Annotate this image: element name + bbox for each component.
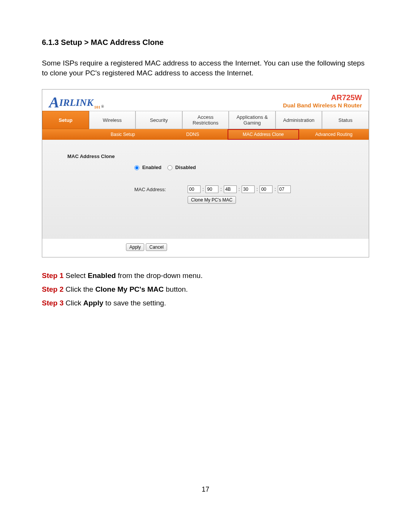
- radio-enabled[interactable]: [134, 165, 139, 170]
- step-2-text-c: button.: [164, 285, 188, 293]
- step-1: Step 1 Select Enabled from the drop-down…: [42, 269, 369, 283]
- content-panel: MAC Address Clone Enabled Disabled MAC A…: [42, 140, 369, 239]
- section-title: 6.1.3 Setup > MAC Address Clone: [42, 38, 369, 47]
- enable-radio-group: Enabled Disabled: [51, 165, 360, 170]
- mac-colon: :: [238, 187, 240, 192]
- tab-access-restrictions[interactable]: Access Restrictions: [182, 111, 229, 129]
- mac-octet-6[interactable]: [278, 185, 291, 193]
- step-3-num: Step 3: [42, 299, 64, 307]
- step-2: Step 2 Click the Clone My PC's MAC butto…: [42, 283, 369, 296]
- radio-enabled-text: Enabled: [142, 165, 162, 170]
- tab-security[interactable]: Security: [135, 111, 182, 129]
- step-1-text-c: from the drop-down menu.: [116, 272, 202, 280]
- subtab-ddns[interactable]: DDNS: [158, 130, 228, 139]
- logo-sub: 101: [94, 105, 100, 109]
- mac-colon: :: [256, 187, 258, 192]
- step-3: Step 3 Click Apply to save the setting.: [42, 296, 369, 310]
- step-2-num: Step 2: [42, 285, 64, 293]
- tab-status[interactable]: Status: [322, 111, 369, 129]
- logo-reg: ®: [101, 104, 104, 109]
- page-number: 17: [42, 486, 369, 494]
- model-number: AR725W: [283, 93, 362, 102]
- step-1-num: Step 1: [42, 272, 64, 280]
- sub-tabs: Basic Setup DDNS MAC Address Clone Advan…: [42, 129, 369, 140]
- mac-octet-3[interactable]: [224, 185, 237, 193]
- mac-octet-2[interactable]: [206, 185, 218, 193]
- tab-wireless[interactable]: Wireless: [89, 111, 136, 129]
- airlink-logo: A IRLINK 101 ®: [49, 96, 104, 109]
- tab-administration[interactable]: Administration: [276, 111, 322, 129]
- mac-octet-5[interactable]: [260, 185, 272, 193]
- subtab-advanced-routing[interactable]: Advanced Routing: [299, 130, 369, 139]
- panel-title: MAC Address Clone: [51, 153, 127, 159]
- model-tagline: Dual Band Wireless N Router: [283, 102, 362, 109]
- mac-octet-1[interactable]: [188, 185, 201, 193]
- apply-bar: Apply Cancel: [42, 239, 369, 257]
- tab-applications-gaming[interactable]: Applications & Gaming: [229, 111, 276, 129]
- radio-disabled-text: Disabled: [175, 165, 196, 170]
- logo-text: IRLINK: [59, 97, 94, 109]
- logo-a-glyph: A: [49, 96, 59, 109]
- cancel-button[interactable]: Cancel: [146, 243, 167, 251]
- mac-colon: :: [220, 187, 222, 192]
- subtab-mac-address-clone[interactable]: MAC Address Clone: [228, 129, 299, 140]
- radio-disabled-label[interactable]: Disabled: [167, 165, 196, 170]
- mac-colon: :: [202, 187, 204, 192]
- step-2-text-a: Click the: [64, 285, 95, 293]
- step-3-text-a: Click: [64, 299, 83, 307]
- radio-enabled-label[interactable]: Enabled: [134, 165, 163, 170]
- main-tabs: Setup Wireless Security Access Restricti…: [42, 111, 369, 129]
- mac-colon: :: [274, 187, 276, 192]
- step-3-text-c: to save the setting.: [104, 299, 166, 307]
- router-header: A IRLINK 101 ® AR725W Dual Band Wireless…: [42, 89, 369, 111]
- radio-disabled[interactable]: [167, 165, 172, 170]
- router-screenshot: A IRLINK 101 ® AR725W Dual Band Wireless…: [42, 89, 369, 257]
- intro-paragraph: Some ISPs require a registered MAC addre…: [42, 58, 369, 78]
- mac-address-label: MAC Address:: [134, 187, 188, 192]
- apply-button[interactable]: Apply: [126, 243, 144, 251]
- step-3-bold: Apply: [83, 299, 104, 307]
- clone-mac-button[interactable]: Clone My PC's MAC: [188, 196, 236, 204]
- subtab-basic-setup[interactable]: Basic Setup: [88, 130, 158, 139]
- mac-octet-4[interactable]: [242, 185, 255, 193]
- step-1-bold: Enabled: [88, 272, 116, 280]
- tab-setup[interactable]: Setup: [42, 111, 89, 129]
- step-1-text-a: Select: [64, 272, 88, 280]
- steps-list: Step 1 Select Enabled from the drop-down…: [42, 269, 369, 310]
- step-2-bold: Clone My PC's MAC: [95, 285, 164, 293]
- mac-address-inputs: : : : : :: [188, 185, 291, 193]
